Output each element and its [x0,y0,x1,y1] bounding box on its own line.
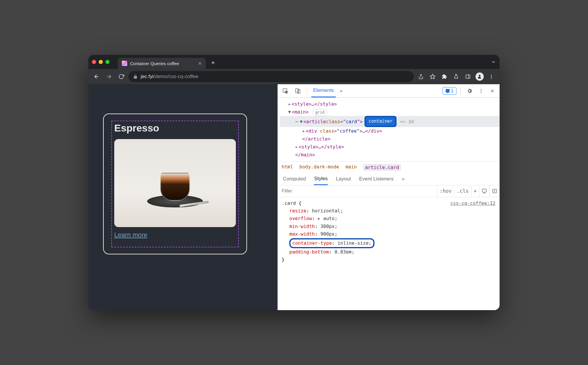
css-declaration[interactable]: max-width: 900px; [282,230,495,238]
profile-button[interactable] [474,71,485,82]
crumb-item[interactable]: html [282,164,293,171]
labs-button[interactable] [451,71,461,82]
new-style-rule-button[interactable]: + [471,185,479,197]
extensions-button[interactable] [439,71,450,82]
window-controls [92,60,110,64]
tab-close-button[interactable]: ✕ [198,61,202,66]
new-tab-button[interactable]: + [211,59,215,67]
lock-icon [133,74,138,79]
settings-button[interactable] [465,84,474,97]
styles-filter-row: :hov .cls + [278,185,500,197]
crumb-item[interactable]: main [345,164,357,171]
dom-node[interactable]: </article> [280,135,500,143]
devtools-menu-button[interactable] [477,84,485,97]
crumb-item[interactable]: body.dark-mode [300,164,339,171]
maximize-window-button[interactable] [105,60,110,64]
back-button[interactable] [91,71,102,82]
learn-more-link[interactable]: Learn more [114,231,147,239]
toolbar: jec.fyi/demo/css-cq-coffee [88,69,500,84]
toggle-common-rendering-button[interactable] [479,185,489,197]
tab-bar: Container Queries coffee ✕ + [88,55,500,69]
svg-point-7 [479,75,481,77]
more-styles-tabs[interactable]: » [402,176,404,182]
url-text: jec.fyi/demo/css-cq-coffee [141,74,198,80]
toggle-sidebar-button[interactable] [489,185,500,197]
rendered-page: Espresso Learn more [88,84,278,310]
share-button[interactable] [416,71,426,82]
svg-point-10 [491,78,492,79]
computed-tab[interactable]: Computed [283,176,306,182]
layout-tab[interactable]: Layout [336,176,351,182]
svg-rect-5 [466,75,470,78]
css-rule[interactable]: css-cq-coffee:12 .card { resize: horizon… [278,197,500,266]
css-declaration[interactable]: overflow: ▸ auto; [282,215,495,222]
css-declaration[interactable]: container-type: inline-size; [282,238,495,248]
favicon-icon [122,61,127,66]
svg-rect-20 [493,189,497,193]
browser-window: Container Queries coffee ✕ + jec.fyi/dem… [88,55,500,310]
inspect-button[interactable] [280,84,290,97]
more-tabs-button[interactable]: » [338,84,344,97]
breadcrumb[interactable]: html body.dark-mode main article.card [278,161,500,173]
issues-badge[interactable]: 1 [443,87,456,95]
dom-tree[interactable]: ▸<style>…</style> ▼<main> grid ⋯ ▼<artic… [278,98,500,161]
container-badge[interactable]: container [364,116,397,127]
css-declaration[interactable]: resize: horizontal; [282,207,495,215]
close-window-button[interactable] [92,60,96,64]
dom-node[interactable]: ▸<div class="coffee">…</div> [280,127,500,135]
svg-rect-19 [482,189,486,192]
toolbar-actions [416,71,497,82]
styles-filter-input[interactable] [278,188,437,194]
tabs-menu-button[interactable] [491,59,496,65]
forward-button[interactable] [104,71,114,82]
svg-point-16 [481,92,482,93]
hov-toggle[interactable]: :hov [437,185,454,197]
styles-tab[interactable]: Styles [314,173,327,185]
card-inner: Espresso Learn more [111,121,239,247]
svg-point-14 [481,89,482,90]
coffee-image [114,139,236,227]
crumb-item-selected[interactable]: article.card [363,164,401,171]
address-bar[interactable]: jec.fyi/demo/css-cq-coffee [128,71,414,82]
card-title: Espresso [114,122,236,134]
bookmark-button[interactable] [427,71,438,82]
dom-node[interactable]: ▸<style>…</style> [280,143,500,151]
content-area: Espresso Learn more [88,84,500,310]
dom-node[interactable]: </main> [280,151,500,159]
css-declaration[interactable]: padding-bottom: 0.83em; [282,248,495,256]
reload-button[interactable] [116,71,127,82]
card: Espresso Learn more [103,114,247,254]
svg-point-9 [491,76,492,77]
svg-point-15 [481,90,482,91]
grid-badge[interactable]: grid [313,109,327,116]
svg-marker-3 [430,74,435,79]
device-toggle-button[interactable] [293,84,303,97]
sidepanel-button[interactable] [463,71,473,82]
dom-node-selected[interactable]: ⋯ ▼<article class="card"> container == $… [280,116,500,127]
cls-toggle[interactable]: .cls [454,185,471,197]
devtools: Elements » 1 [278,84,500,310]
devtools-tabbar: Elements » 1 [278,84,500,98]
devtools-close-button[interactable] [488,84,497,97]
dom-node[interactable]: ▸<style>…</style> [280,100,500,108]
minimize-window-button[interactable] [99,60,103,64]
svg-point-8 [491,75,492,75]
css-declaration[interactable]: min-width: 300px; [282,223,495,230]
elements-tab[interactable]: Elements [311,84,336,97]
event-listeners-tab[interactable]: Event Listeners [359,176,394,182]
tab-title: Container Queries coffee [130,61,179,66]
avatar-icon [476,72,484,81]
menu-button[interactable] [486,71,497,82]
browser-tab[interactable]: Container Queries coffee ✕ [118,58,206,69]
dom-node[interactable]: ▼<main> grid [280,108,500,116]
rule-source-link[interactable]: css-cq-coffee:12 [450,200,495,207]
styles-tabbar: Computed Styles Layout Event Listeners » [278,173,500,185]
